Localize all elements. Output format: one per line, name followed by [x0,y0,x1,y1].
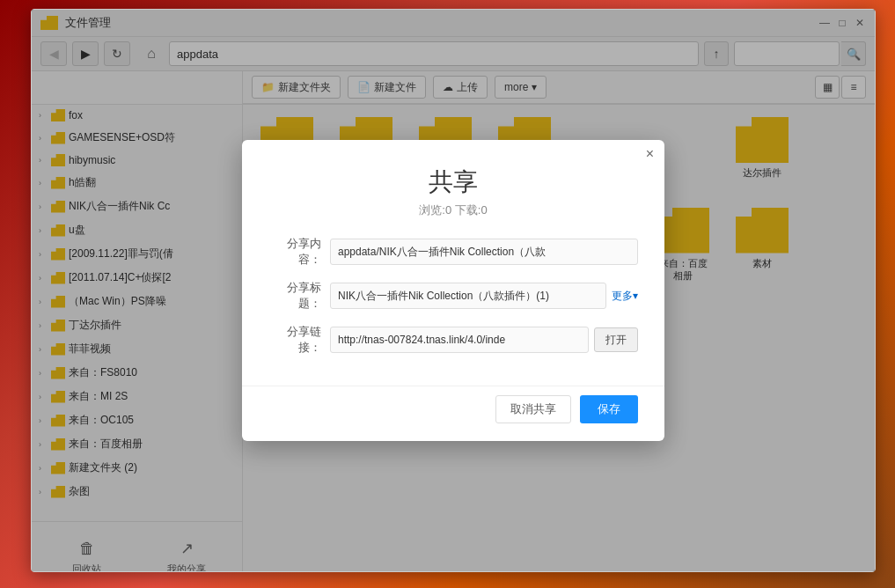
share-title-group: 更多▾ [330,283,638,309]
share-content-label: 分享内容： [268,236,321,268]
open-link-button[interactable]: 打开 [594,327,638,352]
dialog-header: × [242,140,664,161]
dialog-title: 共享 [242,161,664,202]
save-button[interactable]: 保存 [580,395,638,423]
dialog-footer: 取消共享 保存 [242,386,664,441]
share-title-row: 分享标题： 更多▾ [268,280,638,312]
share-link-group: 打开 [330,327,638,353]
dialog-overlay: × 共享 浏览:0 下载:0 分享内容： 分享标题： 更多▾ 分享 [32,10,875,571]
share-link-label: 分享链接： [268,324,321,356]
share-link-row: 分享链接： 打开 [268,324,638,356]
dialog-body: 分享内容： 分享标题： 更多▾ 分享链接： 打开 [242,236,664,386]
dialog-subtitle: 浏览:0 下载:0 [242,202,664,218]
share-title-label: 分享标题： [268,280,321,312]
more-options-button[interactable]: 更多▾ [612,289,638,304]
cancel-share-button[interactable]: 取消共享 [495,395,571,423]
share-content-input[interactable] [330,239,638,265]
dialog-close-button[interactable]: × [646,147,654,161]
file-manager-window: 文件管理 — □ ✕ ◀ ▶ ↻ ⌂ ↑ 🔍 📁 新建文件夹 [31,9,876,572]
share-content-row: 分享内容： [268,236,638,268]
share-link-input[interactable] [330,327,589,353]
share-dialog: × 共享 浏览:0 下载:0 分享内容： 分享标题： 更多▾ 分享 [242,140,664,441]
share-title-input[interactable] [330,283,606,309]
